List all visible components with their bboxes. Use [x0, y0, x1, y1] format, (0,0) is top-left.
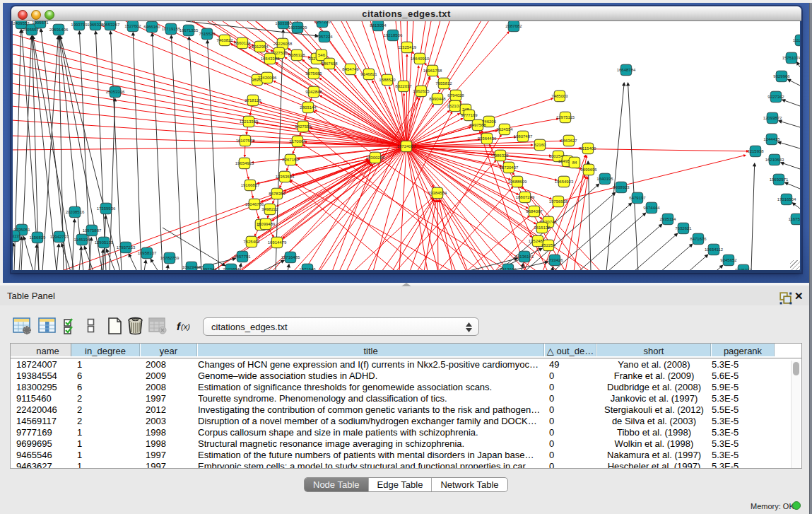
svg-text:15751074: 15751074 [782, 56, 800, 60]
svg-text:17359936: 17359936 [97, 206, 116, 211]
svg-text:19166827: 19166827 [241, 183, 260, 187]
svg-text:12213369: 12213369 [240, 119, 259, 124]
svg-text:9777169: 9777169 [461, 113, 478, 117]
svg-text:6794028: 6794028 [447, 93, 464, 98]
svg-text:1362615: 1362615 [413, 89, 430, 93]
svg-text:2935114: 2935114 [660, 217, 677, 221]
svg-text:8813054: 8813054 [370, 23, 387, 28]
svg-text:20208516: 20208516 [66, 210, 85, 214]
svg-text:19384554: 19384554 [428, 191, 447, 195]
svg-text:20364436: 20364436 [478, 136, 497, 141]
svg-text:1145194: 1145194 [74, 238, 91, 242]
svg-text:7515526: 7515526 [199, 32, 216, 36]
svg-text:1092344: 1092344 [200, 267, 217, 270]
svg-text:546: 546 [318, 53, 326, 57]
svg-text:9699695: 9699695 [580, 168, 597, 172]
svg-text:2867608: 2867608 [321, 62, 338, 66]
svg-text:2020854: 2020854 [223, 267, 240, 270]
svg-text:10958107: 10958107 [138, 251, 157, 255]
svg-text:12093872: 12093872 [763, 116, 782, 120]
svg-text:9427552: 9427552 [295, 124, 312, 129]
svg-text:933139: 933139 [13, 234, 22, 238]
svg-text:8471676: 8471676 [690, 237, 707, 241]
svg-text:10653267: 10653267 [101, 23, 120, 27]
svg-text:9245012: 9245012 [735, 268, 752, 270]
svg-text:6466160: 6466160 [143, 25, 160, 29]
svg-text:12942737: 12942737 [50, 235, 69, 239]
svg-text:16107552: 16107552 [236, 139, 255, 143]
svg-text:1993719: 1993719 [71, 23, 88, 27]
svg-text:6479197: 6479197 [629, 196, 646, 200]
svg-text:3624554: 3624554 [496, 127, 513, 132]
svg-text:16033809: 16033809 [288, 25, 307, 30]
svg-text:17957253: 17957253 [117, 245, 136, 250]
svg-text:10975887: 10975887 [83, 228, 102, 233]
svg-text:1905571: 1905571 [32, 21, 49, 25]
svg-text:18300295: 18300295 [366, 156, 385, 160]
svg-text:18724007: 18724007 [397, 144, 416, 148]
svg-text:1112470: 1112470 [793, 38, 800, 42]
svg-text:16210643: 16210643 [765, 158, 784, 162]
svg-text:3215938: 3215938 [747, 149, 764, 153]
svg-text:19654923: 19654923 [555, 180, 574, 184]
svg-text:7986322: 7986322 [492, 153, 509, 158]
svg-text:1167531: 1167531 [789, 217, 800, 221]
svg-text:18807249: 18807249 [516, 195, 535, 199]
svg-text:19756928: 19756928 [549, 199, 568, 204]
svg-text:3498222: 3498222 [261, 207, 278, 211]
svg-text:9245652: 9245652 [720, 258, 737, 262]
svg-text:10688609: 10688609 [508, 180, 527, 184]
svg-text:19218506: 19218506 [384, 33, 403, 37]
svg-text:8660124: 8660124 [234, 41, 251, 45]
svg-text:7357220: 7357220 [314, 21, 331, 24]
svg-text:20691406: 20691406 [49, 28, 69, 32]
svg-text:16782759: 16782759 [160, 256, 180, 260]
svg-text:23226058: 23226058 [273, 42, 293, 46]
svg-text:9115400: 9115400 [580, 146, 597, 151]
svg-text:8678354: 8678354 [269, 192, 286, 196]
svg-text:12353594: 12353594 [276, 175, 295, 179]
svg-text:7625402: 7625402 [243, 240, 260, 244]
svg-text:1527602: 1527602 [124, 24, 141, 28]
svg-text:16099489: 16099489 [257, 222, 276, 226]
svg-text:9463627: 9463627 [560, 139, 577, 143]
svg-text:2170064: 2170064 [289, 139, 306, 144]
svg-text:16961758: 16961758 [423, 69, 442, 73]
svg-text:7463822: 7463822 [216, 38, 233, 42]
svg-text:12905135: 12905135 [95, 240, 114, 245]
svg-text:16640910: 16640910 [411, 57, 430, 61]
svg-text:84: 84 [572, 160, 577, 165]
svg-text:19654925: 19654925 [235, 161, 254, 165]
svg-text:(x): (x) [181, 322, 190, 331]
svg-text:1615132: 1615132 [534, 226, 551, 230]
svg-text:16914479: 16914479 [268, 240, 287, 245]
svg-text:15716485: 15716485 [281, 255, 300, 259]
svg-text:16046786: 16046786 [245, 202, 264, 206]
svg-text:16671355: 16671355 [180, 28, 199, 33]
svg-text:8322037: 8322037 [395, 84, 412, 88]
svg-text:9684067: 9684067 [526, 209, 543, 214]
svg-text:62160: 62160 [534, 143, 546, 147]
svg-text:8990448: 8990448 [429, 97, 446, 101]
svg-text:15720407: 15720407 [500, 165, 519, 170]
svg-text:9242848: 9242848 [305, 90, 322, 94]
svg-text:9474444: 9474444 [643, 206, 660, 210]
svg-text:22420046: 22420046 [258, 76, 277, 80]
svg-text:8267150: 8267150 [282, 158, 299, 162]
svg-text:7357224: 7357224 [316, 35, 333, 39]
svg-text:7485003: 7485003 [551, 94, 568, 98]
svg-text:1413610: 1413610 [500, 267, 517, 270]
svg-text:1733426: 1733426 [546, 258, 563, 262]
svg-text:10807487: 10807487 [514, 134, 533, 139]
svg-text:1244415: 1244415 [763, 137, 780, 141]
svg-text:9457791: 9457791 [234, 255, 251, 259]
svg-text:2803144: 2803144 [300, 105, 317, 110]
svg-text:15692971: 15692971 [770, 177, 789, 182]
svg-text:1156819: 1156819 [30, 235, 47, 240]
svg-text:1588520: 1588520 [379, 78, 396, 82]
svg-text:1640195: 1640195 [596, 177, 613, 181]
svg-text:8454749: 8454749 [342, 67, 359, 71]
svg-text:8912954: 8912954 [252, 45, 269, 49]
svg-text:2087682: 2087682 [505, 24, 522, 28]
svg-text:16543382: 16543382 [261, 57, 280, 61]
